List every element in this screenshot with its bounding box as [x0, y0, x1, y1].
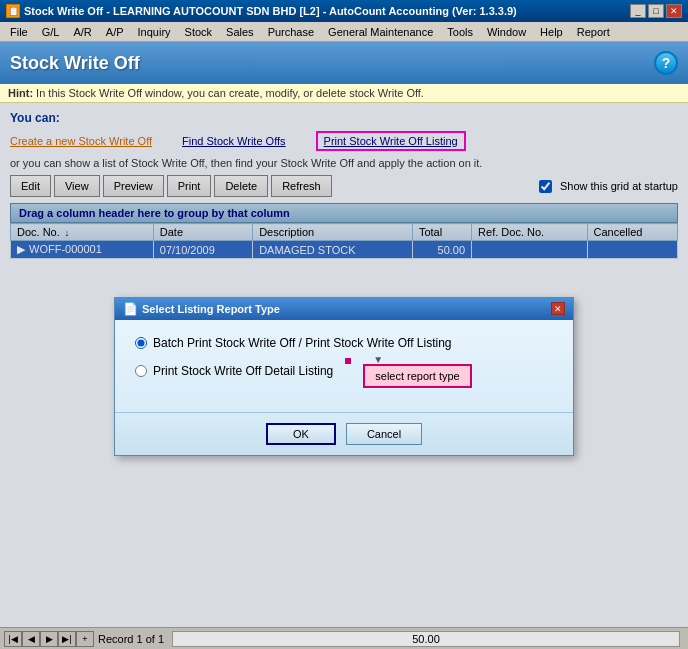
main-window: Stock Write Off ? Hint: In this Stock Wr…	[0, 42, 688, 649]
radio-batch-print[interactable]	[135, 337, 147, 349]
content-area: You can: Create a new Stock Write Off Fi…	[0, 103, 688, 649]
radio-detail-print[interactable]	[135, 365, 147, 377]
hint-text: In this Stock Write Off window, you can …	[33, 87, 424, 99]
hint-prefix: Hint:	[8, 87, 33, 99]
dialog-body: Batch Print Stock Write Off / Print Stoc…	[115, 320, 573, 412]
radio-option-2-label: Print Stock Write Off Detail Listing	[153, 364, 333, 378]
menu-ap[interactable]: A/P	[100, 25, 130, 39]
menu-gl[interactable]: G/L	[36, 25, 66, 39]
page-title: Stock Write Off	[10, 53, 140, 74]
menu-report[interactable]: Report	[571, 25, 616, 39]
menu-sales[interactable]: Sales	[220, 25, 260, 39]
menu-inquiry[interactable]: Inquiry	[132, 25, 177, 39]
radio-option-1-label: Batch Print Stock Write Off / Print Stoc…	[153, 336, 452, 350]
dialog-title-icon: 📄	[123, 302, 138, 316]
dialog-select-report: 📄 Select Listing Report Type ✕ Batch Pri…	[114, 297, 574, 456]
help-button[interactable]: ?	[654, 51, 678, 75]
menu-ar[interactable]: A/R	[67, 25, 97, 39]
minimize-button[interactable]: _	[630, 4, 646, 18]
hint-bar: Hint: In this Stock Write Off window, yo…	[0, 84, 688, 103]
window-title: Stock Write Off - LEARNING AUTOCOUNT SDN…	[24, 5, 517, 17]
menu-purchase[interactable]: Purchase	[262, 25, 320, 39]
dialog-title: Select Listing Report Type	[142, 303, 280, 315]
cancel-button[interactable]: Cancel	[346, 423, 422, 445]
radio-option-2-row: Print Stock Write Off Detail Listing	[135, 364, 333, 378]
close-button[interactable]: ✕	[666, 4, 682, 18]
ok-button[interactable]: OK	[266, 423, 336, 445]
dialog-title-bar: 📄 Select Listing Report Type ✕	[115, 298, 573, 320]
dialog-close-button[interactable]: ✕	[551, 302, 565, 315]
menu-bar: File G/L A/R A/P Inquiry Stock Sales Pur…	[0, 22, 688, 42]
app-icon: 📋	[6, 4, 20, 18]
menu-stock[interactable]: Stock	[179, 25, 219, 39]
title-bar: 📋 Stock Write Off - LEARNING AUTOCOUNT S…	[0, 0, 688, 22]
radio-option-1: Batch Print Stock Write Off / Print Stoc…	[135, 336, 553, 350]
app-header: Stock Write Off ?	[0, 42, 688, 84]
menu-tools[interactable]: Tools	[441, 25, 479, 39]
maximize-button[interactable]: □	[648, 4, 664, 18]
menu-general-maintenance[interactable]: General Maintenance	[322, 25, 439, 39]
menu-help[interactable]: Help	[534, 25, 569, 39]
tooltip-select-report: select report type	[363, 364, 471, 388]
menu-window[interactable]: Window	[481, 25, 532, 39]
dialog-overlay: 📄 Select Listing Report Type ✕ Batch Pri…	[0, 103, 688, 649]
dialog-footer: OK Cancel	[115, 412, 573, 455]
menu-file[interactable]: File	[4, 25, 34, 39]
window-controls: _ □ ✕	[630, 4, 682, 18]
